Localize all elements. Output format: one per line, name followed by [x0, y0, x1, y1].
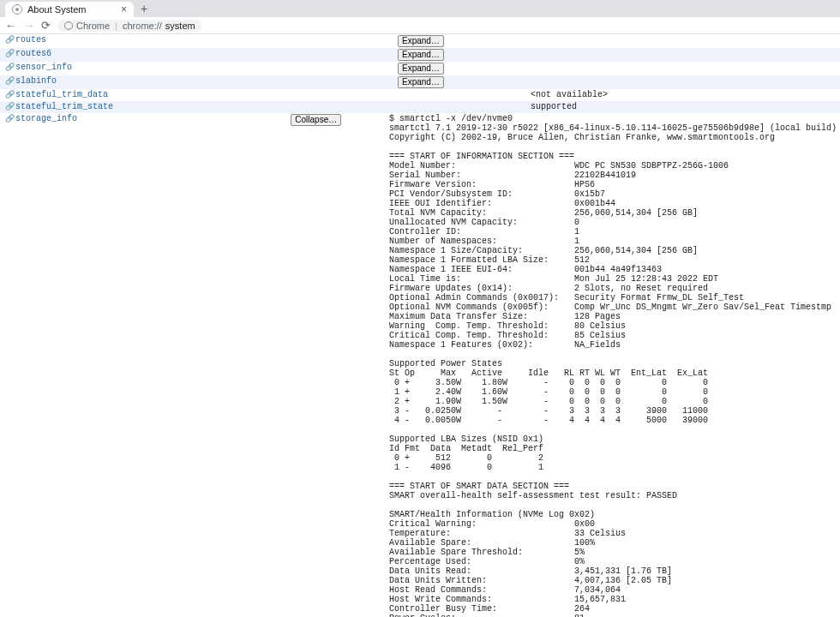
toolbar: ← → ⟳ Chrome | chrome://system: [0, 17, 840, 34]
row-name[interactable]: routes: [15, 35, 46, 45]
row-name-cell: 🔗routes6: [0, 48, 394, 62]
row-name[interactable]: stateful_trim_data: [15, 90, 108, 99]
url-prefix: chrome://: [123, 21, 162, 31]
row-name-cell: 🔗stateful_trim_state: [0, 101, 394, 113]
row-name[interactable]: stateful_trim_state: [15, 102, 113, 111]
system-info-table: 🔗routesExpand…🔗routes6Expand…🔗sensor_inf…: [0, 34, 840, 617]
back-button[interactable]: ←: [5, 19, 16, 32]
address-bar[interactable]: Chrome | chrome://system: [57, 20, 202, 32]
row-name-cell: 🔗routes: [0, 34, 394, 48]
row-value: $ smartctl -x /dev/nvme0 smartctl 7.1 20…: [386, 113, 840, 617]
info-icon: [12, 4, 22, 15]
reload-button[interactable]: ⟳: [41, 19, 51, 32]
table-row: 🔗storage_infoCollapse…$ smartctl -x /dev…: [0, 113, 840, 617]
table-row: 🔗sensor_infoExpand…: [0, 62, 840, 75]
row-value: [527, 48, 840, 62]
url-host: Chrome: [76, 21, 110, 31]
row-name[interactable]: routes6: [15, 49, 51, 58]
row-button-cell: Collapse…: [287, 113, 386, 617]
link-icon[interactable]: 🔗: [5, 63, 14, 72]
table-row: 🔗stateful_trim_data<not available>: [0, 89, 840, 101]
row-value: [527, 62, 840, 75]
expand-button[interactable]: Expand…: [398, 35, 444, 47]
row-name-cell: 🔗slabinfo: [0, 75, 394, 89]
row-name[interactable]: slabinfo: [15, 76, 57, 86]
table-row: 🔗routesExpand…: [0, 34, 840, 48]
expand-button[interactable]: Expand…: [398, 49, 444, 61]
new-tab-button[interactable]: +: [134, 2, 154, 15]
tab-strip: About System × +: [0, 0, 840, 17]
link-icon[interactable]: 🔗: [5, 114, 14, 123]
row-value: [527, 34, 840, 48]
close-icon[interactable]: ×: [121, 4, 127, 15]
expand-button[interactable]: Expand…: [398, 76, 444, 88]
tab-title: About System: [27, 4, 86, 15]
link-icon[interactable]: 🔗: [5, 35, 14, 45]
row-value: <not available>: [527, 89, 840, 101]
url-page: system: [165, 21, 195, 31]
row-value: [527, 75, 840, 89]
link-icon[interactable]: 🔗: [5, 49, 14, 58]
row-name-cell: 🔗storage_info: [0, 113, 287, 617]
row-button-cell: Expand…: [394, 48, 527, 62]
row-button-cell: Expand…: [394, 34, 527, 48]
row-button-cell: Expand…: [394, 62, 527, 75]
row-name[interactable]: sensor_info: [15, 63, 72, 72]
row-button-cell: Expand…: [394, 75, 527, 89]
row-button-cell: [394, 89, 527, 101]
row-name-cell: 🔗sensor_info: [0, 62, 394, 75]
link-icon[interactable]: 🔗: [5, 90, 14, 99]
row-button-cell: [394, 101, 527, 113]
table-row: 🔗routes6Expand…: [0, 48, 840, 62]
table-row: 🔗slabinfoExpand…: [0, 75, 840, 89]
expand-button[interactable]: Expand…: [398, 63, 444, 75]
link-icon[interactable]: 🔗: [5, 102, 14, 111]
table-row: 🔗stateful_trim_statesupported: [0, 101, 840, 113]
forward-button[interactable]: →: [23, 19, 34, 32]
link-icon[interactable]: 🔗: [5, 76, 14, 86]
browser-tab[interactable]: About System ×: [5, 2, 134, 17]
row-name-cell: 🔗stateful_trim_data: [0, 89, 394, 101]
collapse-button[interactable]: Collapse…: [291, 114, 341, 126]
row-value: supported: [527, 101, 840, 113]
globe-icon: [64, 21, 73, 30]
row-name[interactable]: storage_info: [15, 114, 77, 123]
